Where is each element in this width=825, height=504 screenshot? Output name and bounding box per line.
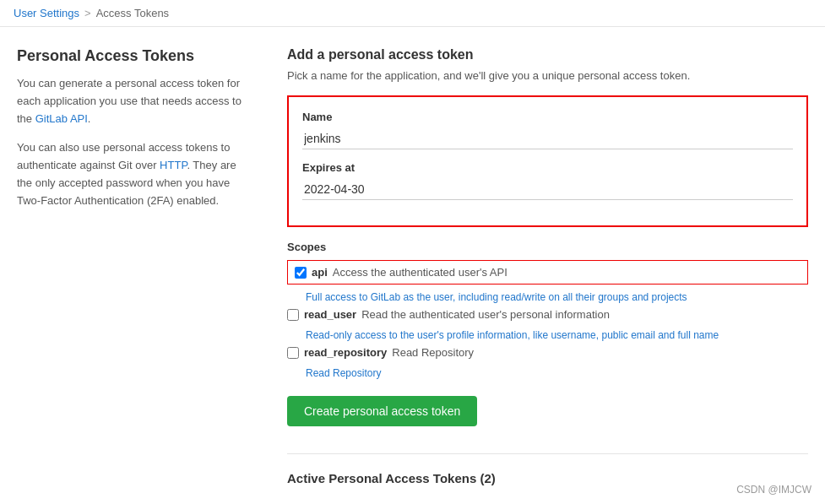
table-header-expires: Expires (537, 497, 673, 504)
watermark: CSDN @IMJCW (736, 484, 811, 496)
table-header-scopes: Scopes (674, 497, 808, 504)
left-panel: Personal Access Tokens You can generate … (17, 47, 253, 504)
gitlab-api-link[interactable]: GitLab API (35, 112, 88, 125)
name-field-group: Name (302, 111, 793, 149)
scope-desc-read-user: Read the authenticated user's personal i… (361, 308, 610, 321)
token-form-box: Name Expires at (287, 95, 808, 227)
add-section-title: Add a personal access token (287, 47, 808, 62)
scopes-title: Scopes (287, 241, 808, 253)
breadcrumb: User Settings > Access Tokens (0, 0, 825, 27)
expires-label: Expires at (302, 161, 793, 174)
main-layout: Personal Access Tokens You can generate … (0, 27, 825, 504)
scopes-section: Scopes api Access the authenticated user… (287, 241, 808, 382)
add-section-desc: Pick a name for the application, and we'… (287, 69, 808, 82)
scope-item-api: api Access the authenticated user's API (287, 260, 808, 285)
scope-checkbox-read-repository[interactable] (287, 347, 299, 359)
scope-name-read-repository: read_repository (304, 346, 387, 359)
right-panel: Add a personal access token Pick a name … (287, 47, 808, 504)
scope-sub-desc-read-repository: Read Repository (287, 366, 808, 382)
tokens-table: Name Created Expires Scopes (287, 497, 808, 504)
expires-input[interactable] (302, 179, 793, 200)
breadcrumb-current: Access Tokens (96, 7, 169, 19)
expires-field-group: Expires at (302, 161, 793, 200)
active-tokens-title: Active Personal Access Tokens (2) (287, 471, 808, 485)
scope-desc-api: Access the authenticated user's API (333, 266, 507, 279)
name-label: Name (302, 111, 793, 123)
scope-checkbox-api[interactable] (295, 267, 307, 279)
breadcrumb-separator: > (84, 7, 91, 19)
table-header-created: Created (399, 497, 538, 504)
scope-item-read-user: read_user Read the authenticated user's … (287, 306, 808, 322)
scope-item-read-repository: read_repository Read Repository (287, 344, 808, 360)
scope-name-api: api (312, 266, 328, 279)
scope-sub-desc-read-user: Read-only access to the user's profile i… (287, 328, 808, 344)
scope-sub-desc-api: Full access to GitLab as the user, inclu… (287, 290, 808, 306)
create-token-button[interactable]: Create personal access token (287, 396, 477, 426)
table-header-name: Name (287, 497, 399, 504)
scope-name-read-user: read_user (304, 308, 356, 321)
breadcrumb-parent[interactable]: User Settings (14, 7, 79, 19)
description-paragraph-2: You can also use personal access tokens … (17, 139, 253, 209)
name-input[interactable] (302, 128, 793, 149)
page-title: Personal Access Tokens (17, 47, 253, 65)
scope-desc-read-repository: Read Repository (392, 346, 474, 359)
active-tokens-section: Active Personal Access Tokens (2) Name C… (287, 453, 808, 504)
scope-checkbox-read-user[interactable] (287, 309, 299, 321)
description-paragraph-1: You can generate a personal access token… (17, 75, 253, 127)
http-link[interactable]: HTTP (160, 159, 187, 171)
